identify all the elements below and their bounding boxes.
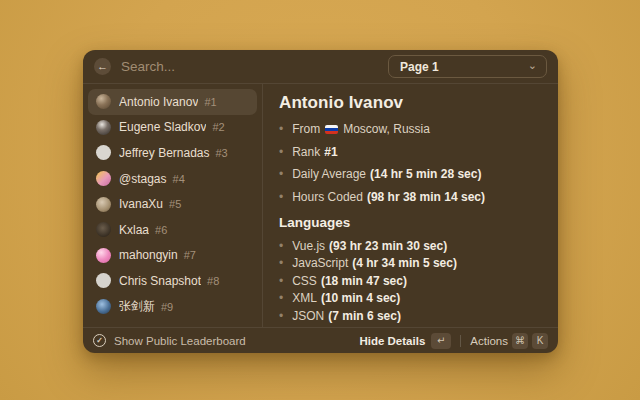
list-item[interactable]: Chris Snapshot #8 bbox=[88, 268, 257, 294]
bullet-icon: • bbox=[279, 190, 283, 204]
hours-coded-value: (98 hr 38 min 14 sec) bbox=[367, 190, 485, 204]
user-name: Jeffrey Bernadas bbox=[119, 146, 210, 160]
language-item: • JavaScript (4 hr 34 min 5 sec) bbox=[279, 256, 542, 270]
list-item[interactable]: @stagas #4 bbox=[88, 166, 257, 192]
language-name: JavaScript bbox=[292, 256, 348, 270]
language-item: • Vue.js (93 hr 23 min 30 sec) bbox=[279, 239, 542, 253]
daily-average-label: Daily Average bbox=[292, 167, 366, 181]
bullet-icon: • bbox=[279, 274, 283, 288]
user-rank: #1 bbox=[204, 96, 216, 108]
bullet-icon: • bbox=[279, 291, 283, 305]
page-dropdown[interactable]: Page 1 ⌄ bbox=[388, 55, 547, 78]
avatar bbox=[96, 248, 111, 263]
actions-shortcut: ⌘ K bbox=[508, 333, 548, 349]
detail-hours-coded: • Hours Coded (98 hr 38 min 14 sec) bbox=[279, 190, 542, 204]
leaderboard-check-icon: ✓ bbox=[93, 334, 106, 347]
detail-from: • From Moscow, Russia bbox=[279, 122, 542, 136]
hide-details-button[interactable]: Hide Details bbox=[359, 335, 425, 347]
language-name: CSS bbox=[292, 274, 317, 288]
user-name: Eugene Sladkov bbox=[119, 120, 206, 134]
bullet-icon: • bbox=[279, 256, 283, 270]
bullet-icon: • bbox=[279, 145, 283, 159]
search-input[interactable]: Search... bbox=[121, 59, 388, 74]
user-rank: #2 bbox=[212, 121, 224, 133]
user-rank: #8 bbox=[207, 275, 219, 287]
rank-label: Rank bbox=[292, 145, 320, 159]
avatar bbox=[96, 145, 111, 160]
from-label: From bbox=[292, 122, 320, 136]
list-item[interactable]: Jeffrey Bernadas #3 bbox=[88, 140, 257, 166]
language-item: • CSS (18 min 47 sec) bbox=[279, 274, 542, 288]
command-key-icon[interactable]: ⌘ bbox=[512, 333, 528, 349]
russia-flag-icon bbox=[325, 125, 338, 134]
return-key-icon[interactable]: ↵ bbox=[431, 333, 451, 349]
page-dropdown-value: Page 1 bbox=[400, 60, 528, 74]
user-rank: #4 bbox=[173, 173, 185, 185]
language-time: (93 hr 23 min 30 sec) bbox=[329, 239, 447, 253]
hours-coded-label: Hours Coded bbox=[292, 190, 363, 204]
daily-average-value: (14 hr 5 min 28 sec) bbox=[370, 167, 481, 181]
language-item: • XML (10 min 4 sec) bbox=[279, 291, 542, 305]
avatar bbox=[96, 197, 111, 212]
k-key[interactable]: K bbox=[532, 333, 548, 349]
language-name: JSON bbox=[292, 309, 324, 323]
detail-daily-average: • Daily Average (14 hr 5 min 28 sec) bbox=[279, 167, 542, 181]
header: ← Search... Page 1 ⌄ bbox=[83, 50, 558, 84]
actions-button[interactable]: Actions bbox=[470, 335, 508, 347]
detail-title: Antonio Ivanov bbox=[279, 93, 542, 113]
user-name: @stagas bbox=[119, 172, 167, 186]
user-name: 张剑新 bbox=[119, 298, 155, 315]
language-time: (4 hr 34 min 5 sec) bbox=[352, 256, 457, 270]
content: Antonio Ivanov #1 Eugene Sladkov #2 Jeff… bbox=[83, 84, 558, 327]
user-name: Kxlaa bbox=[119, 223, 149, 237]
list-item[interactable]: mahongyin #7 bbox=[88, 243, 257, 269]
user-rank: #6 bbox=[155, 224, 167, 236]
detail-rank: • Rank #1 bbox=[279, 145, 542, 159]
language-time: (10 min 4 sec) bbox=[321, 291, 400, 305]
bullet-icon: • bbox=[279, 239, 283, 253]
avatar bbox=[96, 94, 111, 109]
user-name: Antonio Ivanov bbox=[119, 95, 198, 109]
user-name: IvanaXu bbox=[119, 197, 163, 211]
rank-value: #1 bbox=[324, 145, 337, 159]
profile-list: • From Moscow, Russia • Rank #1 • Daily … bbox=[279, 122, 542, 204]
avatar bbox=[96, 222, 111, 237]
language-time: (18 min 47 sec) bbox=[321, 274, 407, 288]
avatar bbox=[96, 171, 111, 186]
language-time: (7 min 6 sec) bbox=[328, 309, 401, 323]
list-item[interactable]: IvanaXu #5 bbox=[88, 191, 257, 217]
leaderboard-list: Antonio Ivanov #1 Eugene Sladkov #2 Jeff… bbox=[83, 84, 263, 327]
footer: ✓ Show Public Leaderboard Hide Details ↵… bbox=[83, 327, 558, 353]
avatar bbox=[96, 120, 111, 135]
list-item[interactable]: Antonio Ivanov #1 bbox=[88, 89, 257, 115]
list-item[interactable]: 张剑新 #9 bbox=[88, 294, 257, 320]
user-rank: #3 bbox=[216, 147, 228, 159]
languages-heading: Languages bbox=[279, 215, 542, 230]
bullet-icon: • bbox=[279, 122, 283, 136]
footer-divider bbox=[460, 335, 461, 347]
bullet-icon: • bbox=[279, 167, 283, 181]
bullet-icon: • bbox=[279, 309, 283, 323]
language-name: Vue.js bbox=[292, 239, 325, 253]
avatar bbox=[96, 273, 111, 288]
app-window: ← Search... Page 1 ⌄ Antonio Ivanov #1 E… bbox=[83, 50, 558, 353]
language-item: • JSON (7 min 6 sec) bbox=[279, 309, 542, 323]
footer-command-name: Show Public Leaderboard bbox=[114, 335, 359, 347]
list-item[interactable]: Eugene Sladkov #2 bbox=[88, 115, 257, 141]
user-rank: #9 bbox=[161, 301, 173, 313]
language-name: XML bbox=[292, 291, 317, 305]
from-value: Moscow, Russia bbox=[343, 122, 430, 136]
user-name: mahongyin bbox=[119, 248, 178, 262]
user-rank: #5 bbox=[169, 198, 181, 210]
user-rank: #7 bbox=[184, 249, 196, 261]
back-arrow-icon: ← bbox=[97, 60, 108, 72]
back-button[interactable]: ← bbox=[94, 58, 111, 75]
languages-list: • Vue.js (93 hr 23 min 30 sec) • JavaScr… bbox=[279, 239, 542, 328]
detail-panel: Antonio Ivanov • From Moscow, Russia • R… bbox=[263, 84, 558, 327]
avatar bbox=[96, 299, 111, 314]
list-item[interactable]: Kxlaa #6 bbox=[88, 217, 257, 243]
chevron-down-icon: ⌄ bbox=[528, 60, 537, 70]
user-name: Chris Snapshot bbox=[119, 274, 201, 288]
